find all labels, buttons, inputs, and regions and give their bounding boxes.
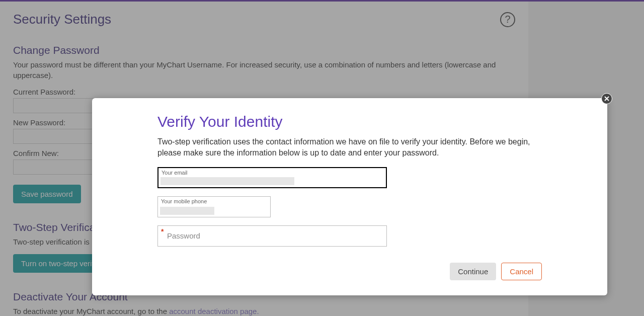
- modal-actions: Continue Cancel: [450, 263, 542, 280]
- email-value-redacted: [160, 177, 294, 185]
- required-indicator-icon: *: [161, 227, 164, 235]
- modal-content: Verify Your Identity Two-step verificati…: [92, 98, 607, 265]
- close-icon[interactable]: [601, 93, 612, 104]
- password-placeholder: Password: [167, 231, 200, 240]
- verify-identity-modal: Verify Your Identity Two-step verificati…: [92, 98, 607, 295]
- email-field-label: Your email: [162, 170, 188, 176]
- mobile-phone-field[interactable]: Your mobile phone: [157, 196, 271, 217]
- password-field[interactable]: * Password: [157, 225, 387, 247]
- modal-desc: Two-step verification uses the contact i…: [157, 136, 542, 159]
- modal-title: Verify Your Identity: [157, 113, 542, 130]
- continue-button[interactable]: Continue: [450, 263, 496, 280]
- mobile-phone-label: Your mobile phone: [161, 198, 207, 204]
- cancel-button[interactable]: Cancel: [501, 263, 542, 280]
- mobile-phone-value-redacted: [160, 207, 214, 215]
- email-field[interactable]: Your email: [157, 167, 387, 188]
